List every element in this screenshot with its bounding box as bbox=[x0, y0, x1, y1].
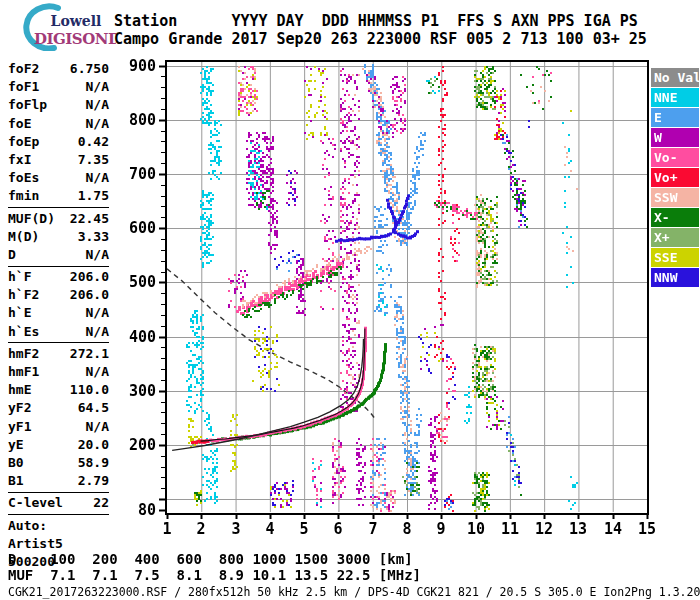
y-axis-tick-label: 500 bbox=[120, 275, 156, 290]
y-axis-tick-label: 900 bbox=[120, 59, 156, 74]
y-axis-tick-label: 700 bbox=[120, 167, 156, 182]
x-axis-tick-label: 8 bbox=[394, 522, 420, 537]
x-axis-tick-label: 14 bbox=[600, 522, 626, 537]
legend-item: Vo+ bbox=[651, 168, 699, 187]
legend-item: E bbox=[651, 108, 699, 127]
x-axis-tick-label: 4 bbox=[257, 522, 283, 537]
legend-item: NNE bbox=[651, 88, 699, 107]
x-axis-tick-label: 2 bbox=[188, 522, 214, 537]
x-axis-tick-label: 1 bbox=[154, 522, 180, 537]
legend-item: W bbox=[651, 128, 699, 147]
x-axis-tick-label: 12 bbox=[531, 522, 557, 537]
file-info-line: CGK21_2017263223000.RSF / 280fx512h 50 k… bbox=[8, 585, 700, 599]
legend-item: X- bbox=[651, 208, 699, 227]
legend-item: X+ bbox=[651, 228, 699, 247]
x-axis-tick-label: 6 bbox=[325, 522, 351, 537]
doppler-direction-legend: No ValNNEEWVo-Vo+SSWX-X+SSENNW bbox=[651, 68, 699, 288]
y-axis-tick-label: 600 bbox=[120, 221, 156, 236]
legend-item: SSW bbox=[651, 188, 699, 207]
distance-row: D 100 200 400 600 800 1000 1500 3000 [km… bbox=[8, 552, 700, 568]
x-axis-tick-label: 7 bbox=[360, 522, 386, 537]
y-axis-tick-label: 400 bbox=[120, 330, 156, 345]
legend-item: Vo- bbox=[651, 148, 699, 167]
ionogram-app: Lowell DIGISONDE Station YYYY DAY DDD HH… bbox=[0, 0, 700, 600]
ionogram-plot bbox=[0, 0, 700, 600]
muf-row: MUF 7.1 7.1 7.5 8.1 8.9 10.1 13.5 22.5 [… bbox=[8, 568, 700, 584]
x-axis-tick-label: 10 bbox=[463, 522, 489, 537]
x-axis-tick-label: 9 bbox=[428, 522, 454, 537]
legend-item: SSE bbox=[651, 248, 699, 267]
x-axis-tick-label: 3 bbox=[223, 522, 249, 537]
x-axis-tick-label: 15 bbox=[634, 522, 660, 537]
footer-block: D 100 200 400 600 800 1000 1500 3000 [km… bbox=[8, 552, 700, 599]
y-axis-tick-label: 300 bbox=[120, 384, 156, 399]
legend-item: No Val bbox=[651, 68, 699, 87]
y-axis-tick-label: 200 bbox=[120, 438, 156, 453]
y-axis-tick-label: 80 bbox=[120, 503, 156, 518]
y-axis-tick-label: 800 bbox=[120, 113, 156, 128]
x-axis-tick-label: 13 bbox=[565, 522, 591, 537]
x-axis-tick-label: 5 bbox=[291, 522, 317, 537]
legend-item: NNW bbox=[651, 268, 699, 287]
x-axis-tick-label: 11 bbox=[497, 522, 523, 537]
